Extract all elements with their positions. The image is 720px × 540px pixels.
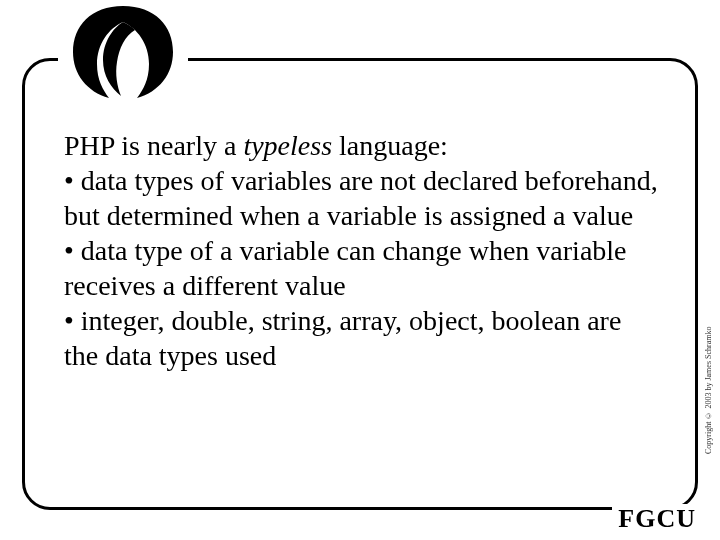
slide-body: PHP is nearly a typeless language: • dat… [64, 128, 660, 373]
bullet-text: integer, double, string, array, object, … [64, 305, 621, 371]
bullet-item: • data types of variables are not declar… [64, 163, 660, 233]
lead-text-em: typeless [243, 130, 332, 161]
bullet-text: data types of variables are not declared… [64, 165, 658, 231]
copyright-text: Copyright © 2003 by James Schramko [704, 280, 718, 500]
bullet-item: • integer, double, string, array, object… [64, 303, 660, 373]
eagle-logo [58, 2, 188, 102]
bullet-item: • data type of a variable can change whe… [64, 233, 660, 303]
lead-text-before: PHP is nearly a [64, 130, 243, 161]
lead-text-after: language: [332, 130, 448, 161]
bullet-text: data type of a variable can change when … [64, 235, 627, 301]
org-logo-text: FGCU [612, 504, 702, 534]
